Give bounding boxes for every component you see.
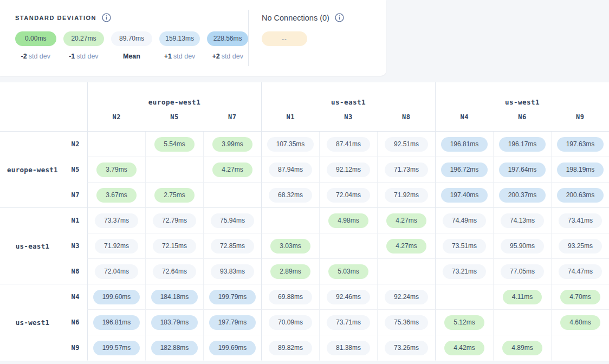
latency-pill: 73.71ms [327,315,370,330]
std-dev-title: STANDARD DEVIATION [15,15,96,21]
row-region-label: europe-west1 [0,132,65,208]
latency-pill: 72.04ms [95,264,138,279]
legend-stop-label: -1std dev [69,53,98,60]
latency-pill: 89.82ms [269,341,312,355]
latency-pill: 196.81ms [93,315,140,330]
empty-diagonal-cell [377,259,435,284]
row-region-label: us-west1 [0,284,65,361]
latency-cell: 198.19ms [551,157,609,183]
latency-pill: 4.89ms [502,341,542,355]
legend-card: STANDARD DEVIATION 0.00ms-2std dev20.27m… [0,0,386,76]
latency-pill: 200.63ms [557,188,604,203]
empty-diagonal-cell [493,310,551,335]
latency-pill: 196.17ms [499,137,546,152]
latency-pill: 74.47ms [559,264,602,279]
latency-cell: 81.38ms [319,335,377,361]
latency-cell: 196.81ms [435,132,493,157]
latency-cell: 87.94ms [261,157,319,183]
latency-cell: 197.79ms [203,310,261,335]
empty-diagonal-cell [145,157,203,183]
latency-pill: 71.92ms [385,188,428,203]
latency-pill: 72.15ms [153,239,196,253]
legend-stop: 228.56ms+2std dev [207,31,248,60]
latency-pill: 71.73ms [385,162,428,177]
latency-cell: 72.04ms [87,259,145,284]
latency-pill: 92.24ms [385,290,428,304]
latency-pill: 4.27ms [212,162,252,177]
latency-cell: 70.09ms [261,310,319,335]
latency-pill: 200.37ms [499,188,546,203]
latency-cell: 74.47ms [551,259,609,284]
latency-pill: 5.12ms [444,315,484,330]
latency-pill: 197.64ms [499,162,546,177]
latency-pill: 197.63ms [557,137,604,152]
latency-cell: 69.88ms [261,284,319,310]
no-connections-info-icon[interactable] [335,13,344,22]
column-node-header: N7 [203,113,261,131]
latency-pill: 93.83ms [211,264,254,279]
std-dev-scale: 0.00ms-2std dev20.27ms-1std dev89.70msMe… [15,31,248,60]
latency-cell: 4.27ms [377,233,435,259]
latency-pill: 197.40ms [441,188,488,203]
matrix-body: europe-west1N25.54ms3.99ms107.35ms87.41m… [0,132,609,361]
latency-pill: 196.72ms [441,162,488,177]
legend-stop: 0.00ms-2std dev [15,31,56,60]
latency-pill: 199.69ms [209,341,256,355]
latency-pill: 75.36ms [385,315,428,330]
column-group-label: us-east1 [262,98,435,106]
row-node-label: N7 [65,183,87,208]
no-connections-pill: -- [262,31,307,46]
latency-pill: 2.89ms [270,264,310,279]
row-node-label: N8 [65,259,87,284]
latency-cell: 92.24ms [377,284,435,310]
row-node-label: N6 [65,310,87,335]
latency-pill: 73.41ms [559,213,602,228]
latency-cell: 73.41ms [551,208,609,233]
latency-pill: 4.27ms [386,213,426,228]
latency-pill: 3.03ms [270,239,310,253]
latency-pill: 72.04ms [327,188,370,203]
latency-pill: 68.32ms [269,188,312,203]
latency-cell: 75.36ms [377,310,435,335]
latency-cell: 68.32ms [261,183,319,208]
latency-cell: 3.99ms [203,132,261,157]
latency-pill: 74.49ms [443,213,486,228]
latency-cell: 5.03ms [319,259,377,284]
latency-cell: 73.51ms [435,233,493,259]
legend-stop: 20.27ms-1std dev [63,31,105,60]
latency-pill: 196.81ms [441,137,488,152]
latency-pill: 4.60ms [560,315,600,330]
column-group-us-east1: us-east1N1N3N8 [261,82,435,131]
latency-pill: 5.03ms [328,264,368,279]
latency-pill: 199.60ms [93,290,140,304]
column-group-us-west1: us-west1N4N6N9 [435,82,609,131]
latency-cell: 71.92ms [87,233,145,259]
latency-pill: 87.41ms [327,137,370,152]
latency-pill: 2.75ms [154,188,194,203]
latency-cell: 182.88ms [145,335,203,361]
latency-cell: 2.75ms [145,183,203,208]
latency-pill: 75.94ms [211,213,254,228]
legend-pill: 20.27ms [63,31,105,46]
column-node-header: N5 [146,113,204,131]
latency-cell: 77.05ms [493,259,551,284]
std-dev-info-icon[interactable] [102,13,111,22]
latency-cell: 196.72ms [435,157,493,183]
legend-stop: 89.70msMean [111,31,152,60]
latency-cell: 3.67ms [87,183,145,208]
column-node-header: N6 [494,113,552,131]
legend-pill: 228.56ms [207,31,248,46]
row-region-label: us-east1 [0,208,65,284]
latency-pill: 69.88ms [269,290,312,304]
latency-cell: 92.51ms [377,132,435,157]
latency-pill: 4.27ms [386,239,426,253]
row-node-label: N4 [65,284,87,310]
latency-pill: 4.11ms [503,290,542,304]
column-node-header: N1 [262,113,320,131]
latency-pill: 183.79ms [151,315,198,330]
latency-cell: 73.21ms [435,259,493,284]
latency-cell: 73.71ms [319,310,377,335]
legend-stop: 159.13ms+1std dev [159,31,200,60]
latency-cell: 197.40ms [435,183,493,208]
legend-stop-label: +1std dev [164,53,196,60]
